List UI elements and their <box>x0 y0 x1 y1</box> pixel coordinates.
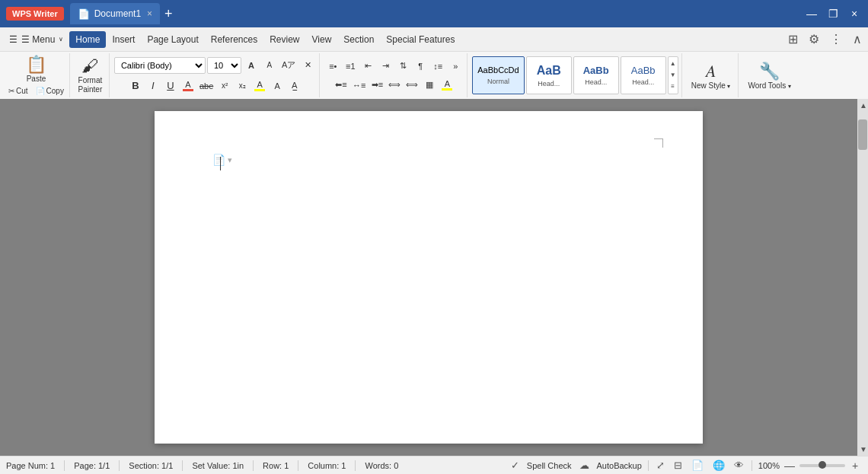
font-size-select[interactable]: 10 8 9 10 11 12 14 <box>207 57 241 74</box>
spell-check-icon[interactable]: ✓ <box>509 460 521 471</box>
menu-special-features[interactable]: Special Features <box>380 31 461 48</box>
close-button[interactable]: × <box>847 8 862 20</box>
menu-insert[interactable]: Insert <box>106 31 141 48</box>
style-heading2[interactable]: AaBb Head... <box>573 56 619 94</box>
style-normal[interactable]: AaBbCcDd Normal <box>472 56 524 94</box>
menu-view[interactable]: View <box>306 31 338 48</box>
collapse-ribbon-icon[interactable]: ∧ <box>850 30 865 48</box>
view-toggle-icon[interactable]: ⊞ <box>785 30 801 48</box>
align-row: ⬅≡ ↔≡ ➡≡ ⟺ ⟺ ▦ A <box>333 77 455 94</box>
align-center-button[interactable]: ↔≡ <box>350 77 368 94</box>
zoom-slider-thumb[interactable] <box>819 461 826 469</box>
scroll-down-icon: ▼ <box>670 72 676 78</box>
style-heading3[interactable]: AaBb Head... <box>621 56 666 94</box>
zoom-slider[interactable] <box>799 464 845 467</box>
expand-icon[interactable]: ⤢ <box>655 460 666 471</box>
doc-content-marker: 📄 ▾ <box>212 154 232 166</box>
distribute-button[interactable]: ⟺ <box>404 77 420 94</box>
text-cursor <box>220 157 221 170</box>
bullet-list-button[interactable]: ≡• <box>324 58 341 75</box>
cut-button[interactable]: ✂ Cut <box>6 84 30 97</box>
web-view-icon[interactable]: 🌐 <box>711 460 726 471</box>
menu-right-icons: ⊞ ⚙ ⋮ ∧ <box>785 30 865 48</box>
status-sep-8 <box>752 460 752 471</box>
scroll-track[interactable] <box>857 112 868 443</box>
italic-button[interactable]: I <box>145 78 161 94</box>
restore-button[interactable]: ❐ <box>825 8 841 20</box>
auto-backup-label[interactable]: AutoBackup <box>597 461 642 470</box>
wps-writer-button[interactable]: WPS Writer <box>6 7 64 21</box>
highlight-button[interactable]: A <box>251 78 268 94</box>
text-cursor-area[interactable] <box>219 157 221 170</box>
page-canvas[interactable]: 📄 ▾ <box>0 99 857 456</box>
style-gallery: AaBbCcDd Normal AaB Head... AaBb Head...… <box>472 55 678 96</box>
right-scrollbar[interactable]: ▲ ▼ <box>857 99 868 456</box>
clear-format-button[interactable]: ✕ <box>299 57 316 74</box>
more-options-icon[interactable]: ⋮ <box>827 30 845 48</box>
menu-section[interactable]: Section <box>337 31 380 48</box>
scroll-thumb[interactable] <box>858 119 867 150</box>
document-page[interactable]: 📄 ▾ <box>155 111 703 444</box>
show-hide-button[interactable]: ¶ <box>412 58 429 75</box>
scroll-down-button[interactable]: ▼ <box>857 443 868 456</box>
new-style-button[interactable]: 𝐴 New Style ▾ <box>687 55 736 96</box>
menu-home[interactable]: Home <box>69 31 106 48</box>
style-normal-preview: AaBbCcDd <box>477 65 519 75</box>
font-size-down-button[interactable]: A <box>261 57 278 74</box>
subscript-button[interactable]: x₂ <box>234 78 251 94</box>
settings-icon[interactable]: ⚙ <box>806 30 822 48</box>
justify-button[interactable]: ⟺ <box>386 77 403 94</box>
decrease-indent-button[interactable]: ⇤ <box>359 58 376 75</box>
split-icon[interactable]: ⊟ <box>672 460 684 471</box>
style-heading1[interactable]: AaB Head... <box>526 56 572 94</box>
new-tab-button[interactable]: + <box>161 6 176 22</box>
style-normal-label: Normal <box>487 78 509 85</box>
text-shading-button[interactable]: A <box>269 78 286 94</box>
underline-button[interactable]: U <box>162 78 179 94</box>
font-name-select[interactable]: Calibri (Body) <box>114 57 206 74</box>
spell-check-label[interactable]: Spell Check <box>527 461 572 470</box>
style-heading3-label: Head... <box>632 78 654 86</box>
close-tab-button[interactable]: × <box>147 8 152 19</box>
numbered-list-button[interactable]: ≡1 <box>342 58 359 75</box>
shading-button[interactable]: A <box>439 77 455 94</box>
increase-indent-button[interactable]: ⇥ <box>377 58 394 75</box>
copy-button[interactable]: 📄 Copy <box>34 84 66 97</box>
superscript-button[interactable]: x² <box>216 78 233 94</box>
auto-backup-icon[interactable]: ☁ <box>578 460 591 471</box>
sort-button[interactable]: ⇅ <box>394 58 411 75</box>
set-value-status: Set Value: 1in <box>192 461 244 470</box>
align-left-button[interactable]: ⬅≡ <box>333 77 349 94</box>
strikethrough-button[interactable]: abe <box>197 78 215 94</box>
minimize-button[interactable]: — <box>804 8 819 20</box>
menu-page-layout[interactable]: Page Layout <box>141 31 204 48</box>
list-indent-row: ≡• ≡1 ⇤ ⇥ ⇅ ¶ ↕≡ » <box>324 58 464 75</box>
format-style-row: B I U A abe x² x₂ A A A̲ <box>127 78 303 94</box>
menu-review[interactable]: Review <box>263 31 305 48</box>
shadow-button[interactable]: A̲ <box>286 78 303 94</box>
word-tools-button[interactable]: 🔧 Word Tools ▾ <box>743 55 795 96</box>
status-sep-1 <box>64 460 65 471</box>
align-right-button[interactable]: ➡≡ <box>369 77 385 94</box>
format-painter-button[interactable]: 🖌 FormatPainter <box>75 55 106 96</box>
menu-references[interactable]: References <box>205 31 263 48</box>
zoom-percent: 100% <box>758 461 780 470</box>
font-color-button[interactable]: A <box>180 78 196 94</box>
font-color-icon: A <box>185 80 190 89</box>
font-size-up-button[interactable]: A <box>243 57 260 74</box>
more-paragraph-button[interactable]: » <box>447 58 464 75</box>
bold-button[interactable]: B <box>127 78 144 94</box>
line-spacing-button[interactable]: ↕≡ <box>429 58 446 75</box>
page-view-icon[interactable]: 📄 <box>690 460 705 471</box>
paste-button[interactable]: 📋 Paste <box>23 55 49 82</box>
zoom-in-button[interactable]: + <box>848 460 862 472</box>
hamburger-menu[interactable]: ☰ ☰ Menu ∨ <box>3 31 69 48</box>
style-heading1-preview: AaB <box>537 63 561 78</box>
character-spacing-button[interactable]: Aア <box>279 57 298 74</box>
zoom-out-button[interactable]: — <box>783 460 796 472</box>
style-scroll-button[interactable]: ▲ ▼ ≡ <box>668 56 678 94</box>
reading-mode-icon[interactable]: 👁 <box>732 460 745 471</box>
scroll-up-button[interactable]: ▲ <box>857 99 868 112</box>
border-button[interactable]: ▦ <box>421 77 438 94</box>
document-tab[interactable]: 📄 Document1 × <box>70 3 160 24</box>
